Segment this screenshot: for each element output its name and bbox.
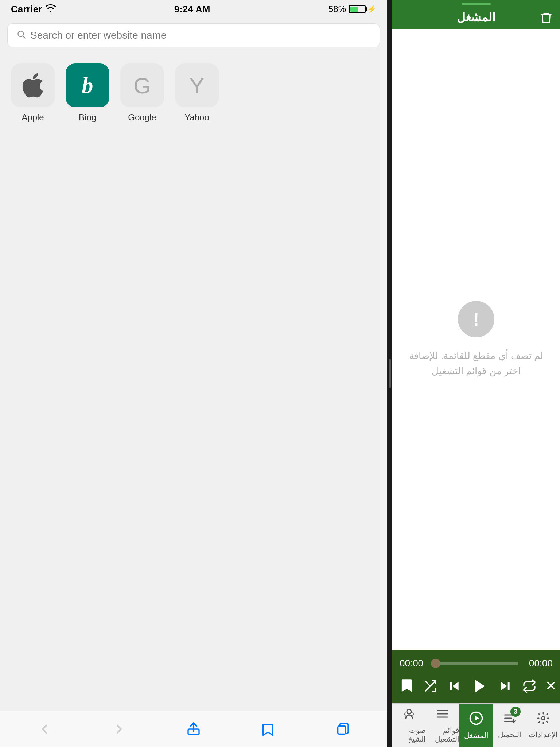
player-panel: المشغل ! لم تضف أي مقطع للقائمة. للإضافة… [392, 0, 560, 747]
search-icon [16, 30, 26, 42]
bookmark-button[interactable] [400, 676, 414, 696]
empty-message: لم تضف أي مقطع للقائمة. للإضافة اختر من … [400, 348, 553, 379]
forward-button[interactable] [106, 716, 132, 742]
bookmark-google[interactable]: G Google [120, 63, 164, 123]
player-controls-section: 00:00 00:00 [392, 650, 560, 703]
back-button[interactable] [32, 716, 57, 742]
tab-player[interactable]: المشغل [459, 704, 493, 747]
yahoo-icon-container: Y [175, 63, 219, 107]
bookmarks-grid: Apple b Bing G Google Y Ya [0, 53, 387, 133]
svg-marker-6 [475, 680, 485, 693]
lightning-icon: ⚡ [367, 5, 376, 13]
voice-label: صوت الشيخ [392, 726, 426, 743]
bing-logo: b [82, 73, 93, 98]
tab-voice[interactable]: صوت الشيخ [392, 704, 426, 747]
battery-icon [349, 5, 366, 13]
svg-marker-14 [475, 716, 479, 720]
bookmark-yahoo[interactable]: Y Yahoo [175, 63, 219, 123]
bookmark-apple[interactable]: Apple [11, 63, 55, 123]
screen: Carrier 9:24 AM 58% ⚡ [0, 0, 560, 747]
player-icon [469, 711, 483, 729]
search-input[interactable] [30, 30, 371, 41]
yahoo-label: Yahoo [184, 112, 209, 123]
bookmarks-button[interactable] [255, 716, 281, 742]
tab-bar: صوت الشيخ قوائم التشغيل [392, 703, 560, 747]
tab-settings[interactable]: الإعدادات [526, 704, 560, 747]
repeat-button[interactable] [522, 676, 537, 696]
playlists-label: قوائم التشغيل [426, 726, 459, 743]
google-icon-container: G [120, 63, 164, 107]
yahoo-logo: Y [189, 73, 204, 98]
playlists-icon [436, 707, 449, 724]
prev-button[interactable] [446, 676, 462, 696]
voice-icon [402, 707, 416, 724]
carrier-label: Carrier [11, 4, 42, 15]
google-logo: G [133, 73, 151, 98]
delete-button[interactable] [540, 11, 553, 27]
battery-percent: 58% [328, 4, 346, 14]
player-title: المشغل [457, 10, 495, 24]
status-bar: Carrier 9:24 AM 58% ⚡ [0, 0, 387, 18]
player-header: المشغل [392, 0, 560, 29]
time-end: 00:00 [524, 658, 553, 669]
header-indicator [462, 3, 491, 5]
settings-icon [537, 712, 550, 728]
tab-playlists[interactable]: قوائم التشغيل [426, 704, 459, 747]
svg-marker-7 [501, 682, 507, 690]
status-left: Carrier [11, 4, 56, 15]
player-label: المشغل [464, 731, 489, 740]
bing-label: Bing [79, 112, 96, 123]
settings-label: الإعدادات [529, 730, 558, 739]
panel-divider [387, 0, 392, 747]
exclamation-icon: ! [473, 308, 479, 330]
share-button[interactable] [181, 716, 206, 742]
bing-icon-container: b [66, 63, 109, 107]
apple-label: Apple [22, 112, 44, 123]
svg-rect-5 [450, 682, 452, 690]
tabs-button[interactable] [330, 716, 355, 742]
divider-handle [389, 359, 391, 388]
battery-container: ⚡ [349, 5, 376, 13]
time-label: 9:24 AM [174, 4, 210, 15]
battery-fill [350, 7, 358, 12]
bookmark-bing[interactable]: b Bing [66, 63, 109, 123]
browser-panel: Carrier 9:24 AM 58% ⚡ [0, 0, 387, 747]
svg-line-1 [23, 36, 25, 38]
svg-rect-8 [508, 682, 510, 690]
progress-thumb[interactable] [431, 659, 440, 668]
apple-icon-container [11, 63, 55, 107]
player-content: ! لم تضف أي مقطع للقائمة. للإضافة اختر م… [392, 29, 560, 650]
status-right: 58% ⚡ [328, 4, 376, 14]
tab-download[interactable]: 3 التحميل [493, 704, 526, 747]
download-label: التحميل [498, 730, 521, 739]
progress-row: 00:00 00:00 [400, 658, 553, 669]
svg-point-18 [542, 717, 545, 720]
close-button[interactable]: ✕ [545, 676, 556, 696]
play-button[interactable] [471, 676, 489, 696]
browser-toolbar [0, 711, 387, 747]
next-button[interactable] [497, 676, 513, 696]
search-bar[interactable] [7, 23, 380, 47]
wifi-icon [46, 4, 56, 15]
time-start: 00:00 [400, 658, 429, 669]
shuffle-button[interactable] [423, 676, 438, 696]
progress-bar[interactable] [434, 662, 518, 665]
svg-marker-4 [452, 682, 459, 690]
google-label: Google [128, 112, 156, 123]
empty-icon: ! [458, 301, 494, 337]
controls-row: ✕ 1 [400, 676, 553, 696]
svg-rect-3 [338, 726, 346, 734]
download-badge: 3 [510, 707, 521, 717]
